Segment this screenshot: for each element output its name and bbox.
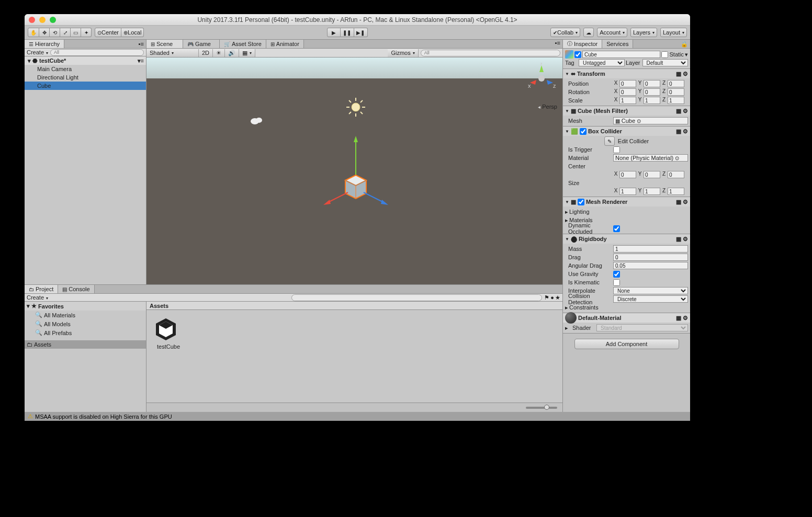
scene-search-input[interactable]	[421, 50, 560, 56]
orientation-gizmo[interactable]: x y z	[526, 63, 557, 94]
fx-toggle[interactable]: ▦	[239, 49, 255, 57]
rot-x-field[interactable]	[619, 88, 636, 96]
rot-z-field[interactable]	[668, 88, 684, 96]
scene-viewport[interactable]: x y z ◂ Persp	[146, 58, 562, 284]
hand-tool-button[interactable]: ✋	[28, 28, 39, 37]
is-trigger-checkbox[interactable]	[613, 146, 620, 153]
rect-tool-button[interactable]: ▭	[71, 28, 81, 37]
hierarchy-create-dropdown[interactable]: Create	[27, 49, 48, 55]
pause-button[interactable]: ❚❚	[341, 28, 354, 37]
collider-cx-field[interactable]	[619, 171, 636, 178]
save-filter-icon[interactable]: ★	[555, 294, 560, 301]
rot-y-field[interactable]	[644, 88, 660, 96]
pos-x-field[interactable]	[619, 80, 636, 87]
angular-drag-field[interactable]	[613, 262, 688, 269]
audio-toggle[interactable]: 🔊	[225, 49, 239, 57]
transform-tool-button[interactable]: ✦	[81, 28, 92, 37]
thumbnail-size-slider[interactable]	[526, 407, 557, 409]
scale-z-field[interactable]	[668, 97, 684, 104]
mass-field[interactable]	[613, 245, 688, 252]
lighting-foldout[interactable]: ▸ Lighting	[565, 208, 688, 216]
drag-field[interactable]	[613, 254, 688, 261]
project-search-input[interactable]	[291, 294, 542, 301]
collider-cy-field[interactable]	[644, 171, 660, 178]
collider-sz-field[interactable]	[668, 188, 684, 195]
lighting-toggle[interactable]: ☀	[213, 49, 225, 57]
scale-x-field[interactable]	[619, 97, 636, 104]
filter-icon-2[interactable]: ●	[550, 294, 554, 301]
material-header[interactable]: Default-Material▦ ⚙	[563, 313, 690, 323]
tab-scene[interactable]: ⊞ Scene	[146, 40, 183, 48]
edit-collider-button[interactable]: ✎	[604, 136, 615, 146]
assets-folder[interactable]: 🗀 Assets	[25, 340, 146, 349]
physic-material-field[interactable]: None (Physic Material) ⊙	[613, 154, 688, 162]
mesh-field[interactable]: ▦ Cube ⊙	[613, 117, 688, 124]
box-collider-enabled[interactable]	[580, 128, 587, 135]
static-dropdown-icon[interactable]: ▾	[685, 51, 688, 58]
use-gravity-checkbox[interactable]	[613, 271, 620, 278]
scene-row[interactable]: ▾ ⬣ testCube* ▾≡	[25, 56, 146, 65]
layer-dropdown[interactable]: Default	[642, 59, 689, 66]
collider-sy-field[interactable]	[644, 188, 660, 195]
mesh-renderer-enabled[interactable]	[578, 199, 584, 205]
2d-toggle[interactable]: 2D	[199, 49, 213, 57]
persp-label[interactable]: ◂ Persp	[538, 104, 557, 110]
favorites-header[interactable]: ▾ ★ Favorites	[25, 302, 146, 311]
scale-tool-button[interactable]: ⤢	[60, 28, 71, 37]
assets-grid[interactable]: testCube	[146, 310, 562, 403]
pos-y-field[interactable]	[644, 80, 660, 87]
pivot-center-button[interactable]: ⊙ Center	[95, 28, 121, 37]
fav-all-materials[interactable]: 🔍 All Materials	[25, 311, 146, 319]
transform-header[interactable]: ▼⬌ Transform▦ ⚙	[563, 69, 690, 78]
constraints-foldout[interactable]: ▸ Constraints	[565, 303, 688, 312]
shading-dropdown[interactable]: Shaded	[146, 49, 199, 57]
hierarchy-item-light[interactable]: Directional Light	[25, 73, 146, 82]
panel-menu-icon[interactable]: ▪≡	[137, 41, 146, 47]
collab-dropdown[interactable]: ✔ Collab	[550, 28, 580, 37]
active-checkbox[interactable]	[574, 51, 581, 58]
hierarchy-item-cube[interactable]: Cube	[25, 82, 146, 90]
filter-icon[interactable]: ⚑	[544, 294, 549, 301]
play-button[interactable]: ▶	[327, 28, 341, 37]
step-button[interactable]: ▶❚	[354, 28, 368, 37]
asset-testcube[interactable]: testCube	[152, 315, 185, 350]
collision-detection-dropdown[interactable]: Discrete	[613, 295, 688, 303]
cloud-button[interactable]: ☁	[583, 28, 594, 37]
static-checkbox[interactable]	[661, 51, 668, 58]
box-collider-header[interactable]: ▼🟩 Box Collider▦ ⚙	[563, 127, 690, 136]
mesh-filter-header[interactable]: ▼▦ Cube (Mesh Filter)▦ ⚙	[563, 106, 690, 116]
fav-all-models[interactable]: 🔍 All Models	[25, 319, 146, 328]
rotate-tool-button[interactable]: ⟲	[50, 28, 60, 37]
interpolate-dropdown[interactable]: None	[613, 287, 688, 294]
pos-z-field[interactable]	[668, 80, 684, 87]
mesh-renderer-header[interactable]: ▼▦ Mesh Renderer▦ ⚙	[563, 197, 690, 206]
project-create-dropdown[interactable]: Create	[27, 294, 48, 301]
breadcrumb[interactable]: Assets	[146, 302, 562, 310]
collider-cz-field[interactable]	[668, 171, 684, 178]
fav-all-prefabs[interactable]: 🔍 All Prefabs	[25, 328, 146, 337]
tab-project[interactable]: 🗀 Project	[25, 285, 58, 293]
layout-dropdown[interactable]: Layout	[660, 28, 687, 37]
object-name-field[interactable]	[582, 51, 660, 58]
account-dropdown[interactable]: Account	[597, 28, 627, 37]
lock-icon[interactable]: 🔒	[679, 41, 690, 48]
add-component-button[interactable]: Add Component	[574, 339, 679, 349]
move-tool-button[interactable]: ✥	[39, 28, 50, 37]
hierarchy-item-camera[interactable]: Main Camera	[25, 65, 146, 73]
layers-dropdown[interactable]: Layers	[630, 28, 657, 37]
collider-sx-field[interactable]	[619, 188, 636, 195]
scale-y-field[interactable]	[644, 97, 660, 104]
tab-services[interactable]: Services	[602, 40, 633, 48]
is-kinematic-checkbox[interactable]	[613, 279, 620, 286]
tab-asset-store[interactable]: 🛒 Asset Store	[220, 40, 266, 48]
tab-animator[interactable]: ⊞ Animator	[266, 40, 304, 48]
cube-with-gizmo[interactable]	[309, 131, 403, 225]
tab-inspector[interactable]: ⓘ Inspector	[563, 40, 602, 48]
rigidbody-header[interactable]: ▼⬤ Rigidbody▦ ⚙	[563, 234, 690, 244]
panel-menu-icon[interactable]: ▪≡	[553, 40, 562, 48]
hierarchy-tab[interactable]: ☰ Hierarchy	[25, 40, 64, 48]
tag-dropdown[interactable]: Untagged	[579, 59, 625, 66]
pivot-local-button[interactable]: ⊕ Local	[121, 28, 144, 37]
tab-console[interactable]: ▤ Console	[58, 285, 94, 293]
scene-menu-icon[interactable]: ▾≡	[138, 58, 146, 64]
